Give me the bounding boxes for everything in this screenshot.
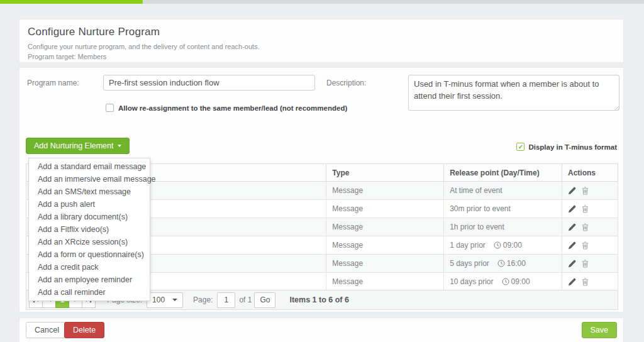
column-header-actions: Actions: [562, 164, 618, 182]
element-type-cell: Message: [326, 218, 444, 236]
trash-icon[interactable]: [582, 241, 589, 250]
cancel-button[interactable]: Cancel: [26, 322, 68, 338]
trash-icon[interactable]: [582, 187, 589, 195]
trash-icon[interactable]: [582, 260, 589, 268]
edit-icon[interactable]: [568, 260, 576, 268]
menu-item-credit-pack[interactable]: Add a credit pack: [29, 261, 150, 273]
tminus-checkbox-label: Display in T-minus format: [528, 143, 617, 151]
add-element-dropdown-menu: Add a standard email message Add an imme…: [28, 158, 150, 301]
edit-icon[interactable]: [568, 187, 576, 195]
menu-item-immersive-email[interactable]: Add an immersive email message: [29, 173, 150, 185]
actions-cell: [562, 182, 618, 200]
menu-item-fitflix-video[interactable]: Add a Fitflix video(s): [29, 223, 150, 236]
actions-cell: [562, 218, 618, 236]
clock-icon: [502, 278, 509, 285]
program-target-text: Program target: Members: [28, 53, 615, 60]
checked-checkbox-icon[interactable]: ✓: [516, 143, 525, 151]
actions-cell: [562, 255, 618, 273]
progress-bar: [0, 0, 143, 4]
page-subtitle: Configure your nurture program, and the …: [28, 43, 615, 50]
reassign-checkbox[interactable]: [106, 104, 114, 112]
configure-panel: Program name: Description: Used in T-min…: [19, 67, 624, 312]
edit-icon[interactable]: [568, 205, 576, 213]
caret-down-icon: [172, 299, 177, 301]
release-point-cell: 1 day prior 09:00: [444, 236, 562, 255]
element-type-cell: Message: [326, 182, 444, 200]
menu-item-push-alert[interactable]: Add a push alert: [29, 198, 150, 211]
menu-item-employee-reminder[interactable]: Add an employee reminder: [29, 273, 150, 286]
release-point-cell: 1h prior to event: [444, 218, 562, 236]
edit-icon[interactable]: [568, 223, 576, 231]
actions-cell: [562, 236, 618, 255]
actions-cell: [562, 200, 618, 218]
add-nurturing-element-button[interactable]: Add Nurturing Element: [26, 138, 130, 154]
menu-item-standard-email[interactable]: Add a standard email message: [29, 160, 150, 173]
page-size-value: 100: [152, 295, 165, 304]
release-point-cell: 30m prior to event: [444, 200, 562, 218]
description-textarea[interactable]: Used in T-minus format when a member is …: [408, 75, 619, 111]
page-header-card: Configure Nurture Program Configure your…: [19, 19, 624, 63]
column-header-type: Type: [326, 164, 444, 182]
menu-item-call-reminder[interactable]: Add a call reminder: [29, 286, 150, 299]
clock-icon: [494, 241, 501, 249]
page-title: Configure Nurture Program: [28, 26, 615, 38]
program-name-label: Program name:: [27, 79, 79, 87]
element-type-cell: Message: [326, 236, 444, 255]
items-count-label: Items 1 to 6 of 6: [289, 295, 348, 304]
add-nurturing-element-label: Add Nurturing Element: [34, 141, 113, 150]
page-number-input[interactable]: [217, 292, 235, 308]
column-header-release: Release point (Day/Time): [444, 164, 562, 182]
caret-down-icon: [118, 145, 121, 147]
trash-icon[interactable]: [582, 223, 589, 231]
save-button[interactable]: Save: [582, 322, 618, 338]
element-type-cell: Message: [326, 255, 444, 273]
page-size-select[interactable]: 100: [147, 292, 183, 308]
footer-bar: Cancel Delete Save: [19, 317, 624, 342]
element-type-cell: Message: [326, 273, 444, 291]
reassign-checkbox-row: Allow re-assignment to the same member/l…: [106, 104, 347, 112]
page-label: Page:: [193, 295, 213, 304]
go-button[interactable]: Go: [254, 292, 275, 308]
actions-cell: [562, 273, 618, 291]
edit-icon[interactable]: [568, 241, 576, 250]
menu-item-sms-text[interactable]: Add an SMS/text message: [29, 185, 150, 198]
menu-item-form-questionnaire[interactable]: Add a form or questionnaire(s): [29, 248, 150, 261]
release-point-cell: 10 days prior 09:00: [444, 273, 562, 291]
program-name-input[interactable]: [103, 75, 315, 91]
edit-icon[interactable]: [568, 278, 576, 286]
trash-icon[interactable]: [582, 205, 589, 213]
page-of-label: of 1: [239, 295, 252, 304]
description-label: Description:: [326, 79, 366, 87]
clock-icon: [497, 260, 505, 267]
tminus-checkbox-row: ✓ Display in T-minus format: [516, 143, 617, 151]
reassign-checkbox-label: Allow re-assignment to the same member/l…: [118, 104, 347, 112]
element-type-cell: Message: [326, 200, 444, 218]
top-bar: [0, 0, 644, 4]
menu-item-library-document[interactable]: Add a library document(s): [29, 211, 150, 223]
trash-icon[interactable]: [582, 278, 589, 286]
release-point-cell: 5 days prior 16:00: [444, 255, 562, 273]
menu-item-xrcize-session[interactable]: Add an XRcize session(s): [29, 236, 150, 248]
release-point-cell: At time of event: [444, 182, 562, 200]
delete-button[interactable]: Delete: [64, 322, 104, 338]
